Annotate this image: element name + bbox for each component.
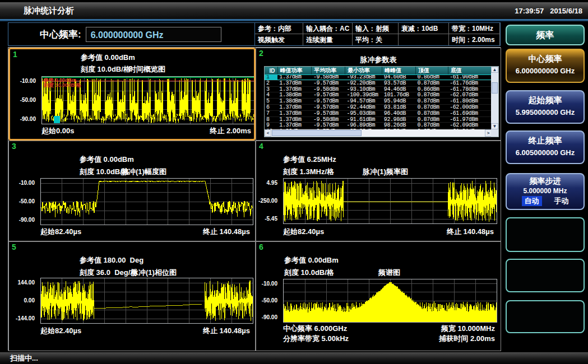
table-row[interactable]: 41.38dBm-9.57dBm-100.39dBm101.76dB0.87dB… [265,92,492,99]
softkey-empty-1[interactable] [506,217,585,252]
clock: 17:39:57 2015/6/18 [515,7,588,15]
center-frequency-label: 中心频率: [40,28,81,41]
chart-title: 时间概览图 [129,64,165,74]
horizontal-scrollbar[interactable]: < > [265,129,492,137]
table-row[interactable]: 91.37dBm-9.57dBm-96.89dBm98.26dB0.87dBm-… [265,123,492,129]
vertical-scroll-thumb[interactable] [492,82,498,94]
softkey-menu-header-frequency: 频率 [506,25,585,45]
table-cell: 93.57dB [382,80,416,86]
table-cell: -9.57dBm [312,110,345,116]
panel-number-1: 1 [13,50,17,59]
column-header[interactable]: 峰值功率 [277,67,312,74]
panel-pulse-amplitude[interactable]: 3 参考值 0.00dBm 刻度 10.0dB/格 脉冲(1)幅度图 -10.0… [8,141,256,241]
table-cell: 2 [265,80,277,86]
setting-bandwidth: 带宽：10MHz [449,23,500,34]
ref-value-label: 参考值 180.00 Deg [80,255,143,265]
table-row[interactable]: 81.37dBm-9.58dBm-91.61dBm92.98dB0.87dBm-… [265,116,492,123]
table-cell: -61.90dBm [448,74,491,80]
scroll-left-arrow[interactable]: < [265,129,271,137]
center-frequency-input[interactable]: 6.000000000 GHz [86,27,221,42]
y-tick: -50.00 [19,198,35,204]
y-tick: 4.95 [267,180,277,186]
overlay-scale-readout: 刻度 10.00dB/格 [44,83,81,88]
column-header[interactable]: ID [265,67,277,74]
table-row[interactable]: 31.37dBm-9.58dBm-93.10dBm94.46dB0.86dBm-… [265,86,492,92]
step-auto-toggle[interactable]: 自动 [522,196,542,206]
table-cell: 94.60dB [382,74,416,80]
table-cell: 1.37dBm [277,74,312,80]
table-cell: 7 [265,110,277,116]
setting-input-coupling: 输入耦合：AC [303,23,353,34]
y-axis-labels: -10.00 -50.00 -90.00 [10,76,39,123]
y-tick: 144.00 [17,279,35,286]
scroll-up-arrow[interactable]: ▲ [491,67,498,73]
softkey-value: 5.995000000 GHz [507,108,584,116]
table-cell: -61.69dBm [448,110,491,116]
softkey-stop-frequency[interactable]: 终止频率 6.005000000 GHz [506,130,585,164]
softkey-empty-2[interactable] [506,259,585,292]
y-tick: -144.00 [16,315,35,321]
table-row[interactable]: 21.37dBm-9.57dBm-92.20dBm93.57dB0.87dBm-… [265,80,492,86]
table-row[interactable]: 71.37dBm-9.57dBm-95.03dBm96.40dB0.87dBm-… [265,110,492,116]
table-title: 脉冲参数表 [256,55,501,65]
vertical-scrollbar[interactable]: ▲ ▼ [491,67,498,129]
softkey-start-frequency[interactable]: 起始频率 5.995000000 GHz [506,90,585,124]
table-cell: 93.81dB [382,104,416,110]
x-start-label: 起始82.40µs [40,227,81,237]
softkey-center-frequency[interactable]: 中心频率 6.000000000 GHz [506,49,585,83]
table-row[interactable]: 61.37dBm-9.57dBm-92.44dBm93.81dB0.87dBm-… [265,104,492,110]
table-cell: -62.09dBm [448,123,491,129]
table-row[interactable]: 51.38dBm-9.57dBm-94.57dBm95.94dB0.87dBm-… [265,99,492,105]
chart-title: 脉冲(1)相位图 [131,268,177,278]
pulse-amplitude-plot [40,178,253,225]
spectrum-rbw-label: 分辨率带宽 5.00kHz [283,334,349,344]
y-tick: 0.00 [24,297,35,304]
table-cell: 0.86dBm [415,74,448,80]
softkey-frequency-step[interactable]: 频率步进 5.000000 MHz 自动 手动 [506,173,585,210]
x-end-label: 终止 140.48µs [203,227,250,237]
column-header[interactable]: 最小功率 [345,67,382,74]
softkey-empty-3[interactable] [506,300,585,333]
softkey-label: 起始频率 [507,95,584,106]
softkey-label: 终止频率 [507,136,584,146]
pulse-parameter-table: ID峰值功率平均功率最小功率峰峰值顶值底值11.37dBm-9.58dBm-93… [264,66,499,137]
table-cell: 0.86dBm [415,86,448,92]
title-bar: 脉冲统计分析 17:39:57 2015/6/18 [0,2,588,19]
y-axis-labels: -10.00 -50.00 -90.00 [256,279,281,321]
column-header[interactable]: 底值 [448,67,491,74]
column-header[interactable]: 顶值 [415,67,448,74]
step-manual-toggle[interactable]: 手动 [554,196,569,206]
column-header[interactable]: 平均功率 [312,67,345,74]
table-cell: -93.10dBm [345,86,382,92]
horizontal-scroll-thumb[interactable] [272,130,362,136]
panel-spectrum[interactable]: 6 参考值 0.00dBm 刻度 10.0dB/格 频谱图 -10.00 -50… [256,241,501,351]
y-tick: -50.00 [20,97,36,103]
table-cell: 1.37dBm [277,116,312,123]
panel-pulse-frequency[interactable]: 4 参考值 6.25MHz 刻度 1.3MHz/格 脉冲(1)频率图 4.95 … [256,141,501,241]
ref-value-label: 参考值 0.00dBm [81,53,135,63]
table-cell: 1.37dBm [277,110,312,116]
table-row[interactable]: 11.37dBm-9.58dBm-93.23dBm94.60dB0.86dBm-… [265,74,492,80]
table-cell: -100.39dBm [345,92,382,99]
spectrum-capture-time-label: 捕获时间 2.00ms [439,334,495,344]
table-cell: -61.80dBm [448,99,491,105]
scale-label: 刻度 36.0 Deg/格 [80,268,137,278]
table-cell: -9.57dBm [312,99,345,105]
table-cell: -9.58dBm [312,86,345,92]
y-axis-labels: 144.00 0.00 -144.00 [9,278,38,323]
table-cell: -94.57dBm [345,99,382,105]
softkey-label: 频率步进 [507,176,584,186]
status-bar: 扫描中... [0,352,588,364]
table-cell: 0.87dBm [415,123,448,129]
table-cell: 0.87dBm [415,116,448,123]
y-axis-labels: 4.95 -250.00 -5.45 [256,178,281,223]
table-cell: 1 [265,74,277,80]
spectrum-span-label: 频宽 10.000MHz [441,324,495,334]
scroll-down-arrow[interactable]: ▼ [491,123,498,129]
column-header[interactable]: 峰峰值 [382,67,416,74]
chart-title: 脉冲(1)频率图 [363,167,408,177]
spectrum-center-freq-label: 中心频率 6.000GHz [283,324,347,334]
panel-pulse-table[interactable]: 2 脉冲参数表 ID峰值功率平均功率最小功率峰峰值顶值底值11.37dBm-9.… [256,48,501,141]
panel-pulse-phase[interactable]: 5 参考值 180.00 Deg 刻度 36.0 Deg/格 脉冲(1)相位图 … [8,241,256,351]
panel-time-overview[interactable]: 1 参考值 0.00dBm 刻度 10.0dB/格 时间概览图 -10.00 -… [8,48,256,141]
